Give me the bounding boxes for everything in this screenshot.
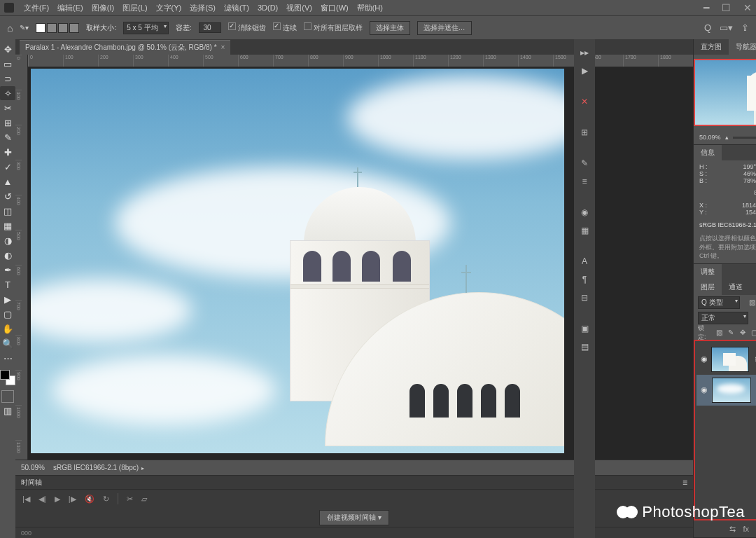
- menu-image[interactable]: 图像(I): [88, 1, 118, 15]
- filter-pixel-icon[interactable]: ▧: [747, 298, 756, 308]
- libraries-icon[interactable]: ▤: [578, 340, 591, 353]
- eraser-tool-icon[interactable]: ◫: [0, 204, 15, 218]
- swatches-icon[interactable]: ▦: [578, 224, 591, 237]
- paragraph-icon[interactable]: ¶: [578, 273, 591, 286]
- blur-tool-icon[interactable]: ◑: [0, 233, 15, 247]
- brush-tool-icon[interactable]: ✓: [0, 160, 15, 174]
- menu-edit[interactable]: 编辑(E): [53, 1, 88, 15]
- lock-pixels-icon[interactable]: ▧: [715, 329, 724, 337]
- crop-tool-icon[interactable]: ✂: [0, 101, 15, 115]
- glyphs-icon[interactable]: ⊟: [578, 291, 591, 304]
- intersect-selection-icon[interactable]: [69, 23, 79, 33]
- edit-toolbar-icon[interactable]: ⋯: [0, 351, 15, 365]
- visibility-icon[interactable]: ◉: [699, 354, 708, 364]
- layer-thumbnail[interactable]: [711, 347, 749, 372]
- tolerance-input[interactable]: 30: [199, 22, 221, 33]
- subtract-selection-icon[interactable]: [58, 23, 68, 33]
- actions-icon[interactable]: ▣: [578, 322, 591, 335]
- lock-move-icon[interactable]: ✥: [738, 329, 747, 337]
- search-icon[interactable]: Q: [704, 22, 711, 33]
- maximize-icon[interactable]: ☐: [722, 2, 731, 13]
- menu-view[interactable]: 视图(V): [282, 1, 316, 15]
- close-icon[interactable]: ✕: [743, 2, 752, 13]
- menu-select[interactable]: 选择(S): [186, 1, 220, 15]
- prev-frame-icon[interactable]: ◀|: [38, 495, 46, 504]
- eyedropper-tool-icon[interactable]: ✎: [0, 130, 15, 144]
- tool-preset-icon[interactable]: ✎▾: [20, 24, 29, 32]
- play-icon[interactable]: ▶: [55, 495, 60, 504]
- layer-row[interactable]: ◉ 云朵: [696, 375, 756, 406]
- status-zoom[interactable]: 50.09%: [21, 464, 45, 471]
- navigator-tab[interactable]: 导航器: [729, 39, 756, 55]
- timeline-menu-icon[interactable]: ≡: [682, 478, 687, 488]
- transition-icon[interactable]: ▱: [141, 495, 147, 504]
- color-swatches[interactable]: [0, 370, 15, 385]
- share-icon[interactable]: ⇪: [741, 22, 749, 33]
- mute-icon[interactable]: 🔇: [85, 495, 94, 504]
- history-brush-tool-icon[interactable]: ↺: [0, 189, 15, 203]
- path-select-tool-icon[interactable]: ▶: [0, 292, 15, 306]
- pen-tool-icon[interactable]: ✒: [0, 263, 15, 277]
- layers-tab[interactable]: 图层: [694, 280, 722, 295]
- menu-window[interactable]: 窗口(W): [316, 1, 353, 15]
- menu-3d[interactable]: 3D(D): [253, 1, 282, 14]
- blend-mode-select[interactable]: 正常: [698, 312, 748, 324]
- character-a-icon[interactable]: A: [578, 255, 591, 268]
- zoom-slider[interactable]: [733, 137, 756, 139]
- select-and-mask-button[interactable]: 选择并遮住…: [417, 21, 472, 35]
- frame-tool-icon[interactable]: ⊞: [0, 116, 15, 130]
- paths-tab[interactable]: 路径: [750, 280, 756, 295]
- zoom-out-icon[interactable]: ▴: [725, 134, 729, 141]
- timeline-tab[interactable]: 时间轴: [21, 478, 42, 488]
- marquee-tool-icon[interactable]: ▭: [0, 57, 15, 71]
- nav-zoom-value[interactable]: 50.09%: [699, 134, 721, 141]
- menu-type[interactable]: 文字(Y): [152, 1, 186, 15]
- brush-settings-icon[interactable]: ✎: [578, 157, 591, 170]
- layer-fx-icon[interactable]: fx: [743, 525, 749, 533]
- mask-link-icon[interactable]: ⁞: [752, 356, 756, 363]
- screen-mode-icon[interactable]: ▥: [0, 404, 15, 418]
- minimize-icon[interactable]: ━: [704, 2, 709, 13]
- rectangle-tool-icon[interactable]: ▢: [0, 307, 15, 321]
- gradient-tool-icon[interactable]: ▦: [0, 219, 15, 233]
- heal-tool-icon[interactable]: ✚: [0, 145, 15, 159]
- layer-thumbnail[interactable]: [712, 378, 751, 403]
- link-layers-icon[interactable]: ⇆: [729, 525, 736, 534]
- dodge-tool-icon[interactable]: ◐: [0, 248, 15, 262]
- history-icon[interactable]: ▸▸: [578, 46, 591, 59]
- stamp-tool-icon[interactable]: ▲: [0, 174, 15, 188]
- antialias-checkbox[interactable]: 消除锯齿: [228, 22, 266, 33]
- select-subject-button[interactable]: 选择主体: [370, 21, 410, 35]
- quick-mask-icon[interactable]: [1, 390, 14, 403]
- histogram-tab[interactable]: 直方图: [694, 39, 729, 55]
- menu-filter[interactable]: 滤镜(T): [220, 1, 253, 15]
- adjustments-tab[interactable]: 调整: [694, 264, 722, 280]
- zoom-tool-icon[interactable]: 🔍: [0, 336, 15, 350]
- layer-row[interactable]: ◉ ⁞ 房子: [696, 344, 756, 375]
- visibility-icon[interactable]: ◉: [699, 385, 709, 394]
- sample-size-select[interactable]: 5 x 5 平均: [123, 22, 168, 34]
- canvas-image[interactable]: [31, 69, 564, 453]
- home-icon[interactable]: ⌂: [7, 22, 13, 34]
- color-icon[interactable]: ◉: [578, 206, 591, 219]
- menu-layer[interactable]: 图层(L): [118, 1, 151, 15]
- navigator-thumbnail[interactable]: [694, 59, 756, 126]
- layer-kind-select[interactable]: Q 类型: [698, 296, 740, 309]
- channels-tab[interactable]: 通道: [722, 280, 750, 295]
- contiguous-checkbox[interactable]: 连续: [273, 22, 297, 33]
- workspace-icon[interactable]: ▭▾: [720, 22, 733, 33]
- new-selection-icon[interactable]: [36, 23, 46, 33]
- properties-icon[interactable]: ⊞: [578, 126, 591, 139]
- create-timeline-button[interactable]: 创建视频时间轴 ▾: [319, 510, 389, 525]
- lock-position-icon[interactable]: ✎: [727, 329, 735, 337]
- menu-file[interactable]: 文件(F): [20, 1, 53, 15]
- loop-icon[interactable]: ↻: [103, 495, 109, 504]
- close-red-icon[interactable]: ✕: [578, 95, 591, 108]
- split-icon[interactable]: ✂: [127, 495, 133, 504]
- info-tab[interactable]: 信息: [694, 145, 722, 160]
- next-frame-icon[interactable]: |▶: [69, 495, 76, 504]
- lasso-tool-icon[interactable]: ⊃: [0, 71, 15, 85]
- tab-close-icon[interactable]: ×: [221, 43, 225, 51]
- goto-first-icon[interactable]: |◀: [22, 495, 30, 504]
- menu-help[interactable]: 帮助(H): [353, 1, 387, 15]
